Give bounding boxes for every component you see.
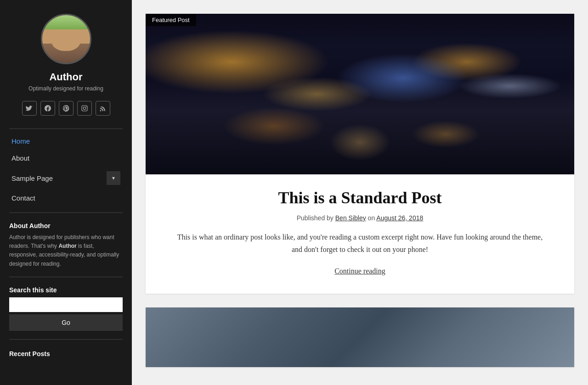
main-content: Featured Post This is a Standard Post Pu… [132, 0, 588, 385]
avatar-image [42, 15, 90, 63]
post-featured-image-1 [146, 14, 574, 174]
post-image-wrapper-1: Featured Post [146, 14, 574, 174]
site-tagline: Optimally designed for reading [28, 85, 103, 92]
post-content-1: This is a Standard Post Published by Ben… [146, 174, 574, 294]
instagram-icon[interactable] [77, 101, 92, 116]
about-section-title: About Author [9, 222, 123, 229]
site-title: Author [49, 71, 82, 83]
recent-posts-title: Recent Posts [9, 350, 123, 357]
search-go-button[interactable]: Go [9, 314, 123, 331]
continue-reading-link[interactable]: Continue reading [334, 267, 385, 275]
rss-icon[interactable] [96, 101, 110, 116]
nav-menu: Home About Sample Page ▾ Contact [9, 133, 123, 206]
svg-point-3 [100, 110, 101, 112]
sidebar: Author Optimally designed for reading Ho… [0, 0, 132, 385]
post-card-2 [146, 307, 574, 367]
sidebar-divider-3 [9, 277, 123, 277]
avatar [41, 14, 91, 64]
svg-point-1 [83, 107, 86, 110]
facebook-icon[interactable] [40, 101, 55, 116]
sidebar-divider-4 [9, 339, 123, 340]
post-featured-image-2 [146, 307, 574, 367]
about-text: Author is designed for publishers who wa… [9, 233, 123, 268]
sidebar-divider-1 [9, 128, 123, 129]
post-date-link[interactable]: August 26, 2018 [376, 214, 423, 222]
post-author-link[interactable]: Ben Sibley [335, 214, 366, 222]
post-excerpt-1: This is what an ordinary post looks like… [173, 231, 547, 256]
svg-rect-0 [82, 106, 87, 111]
search-input[interactable] [9, 297, 123, 312]
nav-item-home[interactable]: Home [9, 133, 123, 150]
nav-item-contact[interactable]: Contact [9, 190, 123, 206]
sidebar-divider-2 [9, 212, 123, 213]
post-card-1: Featured Post This is a Standard Post Pu… [146, 14, 574, 294]
nav-item-sample-page[interactable]: Sample Page ▾ [9, 167, 123, 190]
nav-item-about[interactable]: About [9, 150, 123, 167]
featured-badge: Featured Post [146, 14, 196, 26]
svg-point-2 [85, 106, 86, 107]
pinterest-icon[interactable] [59, 101, 74, 116]
nav-expand-button[interactable]: ▾ [107, 171, 120, 185]
avatar-wrapper [41, 14, 91, 64]
twitter-icon[interactable] [22, 101, 37, 116]
post-title-1: This is a Standard Post [173, 188, 547, 207]
social-icons-group [22, 101, 110, 116]
search-section-title: Search this site [9, 286, 123, 294]
post-meta-1: Published by Ben Sibley on August 26, 20… [173, 214, 547, 222]
